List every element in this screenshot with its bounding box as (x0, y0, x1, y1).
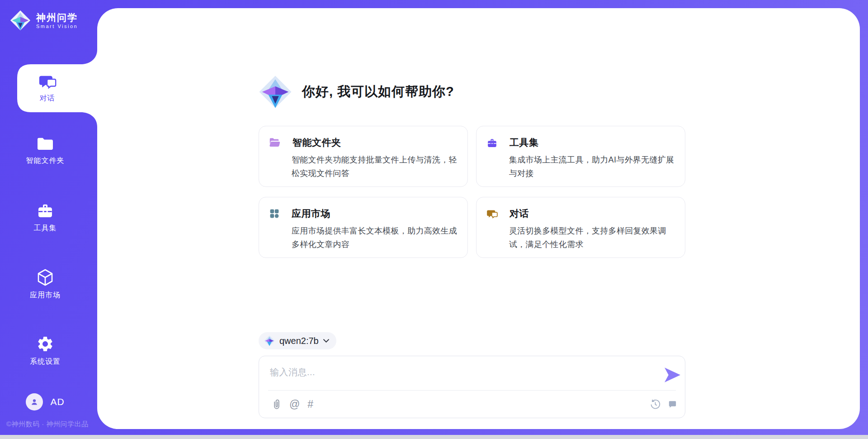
hashtag-icon[interactable]: # (307, 399, 313, 410)
sidebar-item-app-market[interactable]: 应用市场 (0, 266, 90, 302)
diamond-logo-icon (10, 10, 31, 31)
card-app-market[interactable]: 应用市场 应用市场提供丰富长文本模板，助力高效生成多样化文章内容 (259, 197, 468, 258)
mention-icon[interactable]: @ (289, 399, 300, 410)
diamond-logo-icon (264, 335, 275, 346)
greeting-block: 你好, 我可以如何帮助你? (259, 8, 685, 109)
sidebar-item-label: 应用市场 (30, 291, 61, 300)
sidebar-item-smart-folder[interactable]: 智能文件夹 (0, 133, 90, 169)
folder-open-icon (269, 138, 281, 148)
user-account[interactable]: AD (0, 391, 90, 413)
diamond-logo-icon (259, 75, 292, 109)
sidebar-item-label: 工具集 (34, 224, 57, 233)
card-title: 对话 (509, 207, 529, 220)
folder-icon (36, 136, 54, 152)
brand-text: 神州问学 Smart Vision (36, 12, 78, 29)
main-panel: 你好, 我可以如何帮助你? 智能文件夹 智能文件夹功能支持批量文件上传与清洗，轻… (97, 8, 860, 429)
avatar (26, 393, 43, 410)
attachment-icon[interactable] (272, 399, 282, 410)
send-icon[interactable] (665, 367, 680, 382)
copyright-text: ©神州数码 · 神州问学出品 (6, 420, 97, 429)
card-title: 应用市场 (292, 207, 330, 220)
cube-icon (36, 268, 54, 286)
toolbox-icon (36, 201, 54, 220)
card-description: 智能文件夹功能支持批量文件上传与清洗，轻松实现文件问答 (292, 153, 460, 180)
sidebar-item-chat[interactable]: 对话 (17, 64, 97, 112)
greeting-text: 你好, 我可以如何帮助你? (302, 83, 454, 101)
card-title: 工具集 (509, 136, 539, 149)
card-smart-folder[interactable]: 智能文件夹 智能文件夹功能支持批量文件上传与清洗，轻松实现文件问答 (259, 126, 468, 187)
card-title: 智能文件夹 (292, 136, 341, 149)
conversation-icon[interactable] (667, 399, 678, 409)
card-description: 集成市场上主流工具，助力AI与外界无缝扩展与对接 (509, 153, 677, 180)
message-composer: @ # (259, 356, 685, 418)
grid-icon (269, 208, 280, 219)
card-description: 灵活切换多模型文件，支持多样回复效果调试，满足个性化需求 (509, 224, 677, 251)
brand-name: 神州问学 (36, 12, 78, 23)
chevron-down-icon (323, 339, 329, 343)
brand-subtitle: Smart Vision (36, 24, 78, 29)
toolbox-icon (486, 137, 498, 148)
message-input[interactable] (262, 364, 637, 387)
card-description: 应用市场提供丰富长文本模板，助力高效生成多样化文章内容 (292, 224, 460, 251)
sidebar-item-label: 对话 (40, 94, 55, 103)
gear-icon (36, 335, 54, 353)
sidebar-item-settings[interactable]: 系统设置 (0, 333, 90, 369)
sidebar: 神州问学 Smart Vision 对话 智能文件夹 (0, 0, 97, 439)
brand-logo[interactable]: 神州问学 Smart Vision (10, 10, 78, 31)
sidebar-item-toolset[interactable]: 工具集 (0, 199, 90, 235)
sidebar-item-label: 智能文件夹 (26, 156, 65, 166)
chat-icon (38, 73, 57, 90)
sidebar-item-label: 系统设置 (30, 357, 61, 367)
user-initials: AD (50, 396, 64, 407)
history-icon[interactable] (650, 399, 661, 410)
model-selector[interactable]: qwen2:7b (259, 332, 336, 349)
model-name: qwen2:7b (279, 336, 319, 346)
feature-cards: 智能文件夹 智能文件夹功能支持批量文件上传与清洗，轻松实现文件问答 工具集 集成… (259, 126, 685, 258)
card-chat[interactable]: 对话 灵活切换多模型文件，支持多样回复效果调试，满足个性化需求 (476, 197, 685, 258)
card-toolset[interactable]: 工具集 集成市场上主流工具，助力AI与外界无缝扩展与对接 (476, 126, 685, 187)
chat-icon (486, 209, 498, 219)
